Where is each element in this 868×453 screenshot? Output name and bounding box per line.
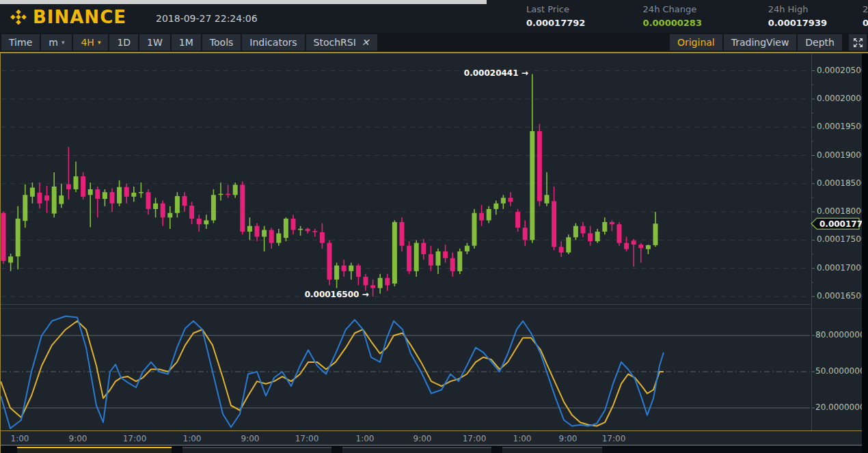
candle-body <box>211 195 216 220</box>
price-axis-label: 0.00018000 <box>817 206 867 216</box>
binance-chart-page: BINANCE 2018-09-27 22:24:06 Last Price0.… <box>0 0 868 453</box>
last-price-tag-text: 0.00017792 <box>819 219 868 229</box>
candle-body <box>414 243 419 271</box>
time-axis-label: 17:00 <box>292 434 322 443</box>
candle-body <box>110 192 115 204</box>
toolbar-button-tradingview[interactable]: TradingView <box>724 34 797 51</box>
clock-timestamp: 2018-09-27 22:24:06 <box>156 13 258 24</box>
price-annotation-low: 0.00016500 → <box>284 290 369 299</box>
candle-body <box>276 233 281 243</box>
candle-body <box>624 243 629 249</box>
candle-body <box>255 226 260 237</box>
price-axis-label: 0.00020000 <box>817 94 867 103</box>
candle-body <box>146 192 151 209</box>
toolbar-button-label: Tools <box>210 37 234 48</box>
candle-body <box>356 266 361 277</box>
toolbar-button-indicators[interactable]: Indicators <box>242 34 304 51</box>
toolbar-button-m[interactable]: m▾ <box>41 34 72 51</box>
candle-body <box>124 187 129 197</box>
toolbar-button-label: m <box>49 37 58 48</box>
candle-body <box>493 204 498 209</box>
toolbar-button-tools[interactable]: Tools <box>202 34 241 51</box>
candle-body <box>617 224 622 243</box>
candle-body <box>595 232 600 241</box>
candle-body <box>167 213 172 218</box>
candle-body <box>334 266 339 280</box>
candle-body <box>298 229 303 230</box>
stat-value: 0 <box>863 16 868 30</box>
candle-body <box>161 204 165 218</box>
time-axis-label: 17:00 <box>459 434 489 443</box>
toolbar-button-1w[interactable]: 1W <box>139 34 170 51</box>
time-axis-label: 9:00 <box>407 434 437 443</box>
toolbar-button-stochrsi[interactable]: StochRSI✕ <box>306 34 377 51</box>
candle-body <box>16 219 21 256</box>
candle-body <box>226 194 230 195</box>
toolbar-button-time[interactable]: Time <box>1 34 40 51</box>
chart-toolbar: Timem▾4H▾1D1W1MToolsIndicatorsStochRSI✕ … <box>0 33 868 53</box>
candle-body <box>30 188 35 197</box>
candle-body <box>74 176 79 189</box>
stat-value: 0.00017939 <box>768 16 827 30</box>
stoch-axis-label: 50.00000000 <box>815 366 868 376</box>
toolbar-button-1d[interactable]: 1D <box>109 34 138 51</box>
candle-body <box>233 184 238 195</box>
bottom-tab-3[interactable] <box>342 447 491 453</box>
time-axis-label: 1:00 <box>177 434 207 443</box>
toolbar-button-1m[interactable]: 1M <box>172 34 201 51</box>
time-axis-label: 9:00 <box>235 434 265 443</box>
candle-body <box>240 184 245 232</box>
bottom-tab-4[interactable] <box>502 447 602 453</box>
candle-body <box>364 277 368 285</box>
candle-body <box>284 219 288 238</box>
candle-body <box>523 228 528 240</box>
candle-body <box>204 220 208 224</box>
bottom-tab-2[interactable] <box>182 447 331 453</box>
candle-body <box>44 195 49 200</box>
fullscreen-button[interactable] <box>849 34 867 51</box>
candle-body <box>479 213 484 221</box>
stat-label: Last Price <box>526 3 602 16</box>
candle-body <box>153 204 158 209</box>
candle-body <box>515 212 520 228</box>
price-axis-label: 0.00017500 <box>817 234 867 244</box>
close-icon[interactable]: ✕ <box>362 37 370 48</box>
candle-body <box>573 226 578 238</box>
candle-body <box>552 201 556 247</box>
candlestick-plot[interactable]: 0.00017792 <box>1 53 868 453</box>
stochrsi-d-line <box>1 321 664 426</box>
price-axis-label: 0.00020500 <box>817 66 867 75</box>
binance-logo[interactable]: BINANCE <box>10 7 126 27</box>
candle-body <box>247 226 252 232</box>
candle-body <box>175 196 180 213</box>
stoch-axis-label: 80.00000000 <box>815 330 868 340</box>
candle-body <box>131 193 136 197</box>
candle-body <box>349 266 353 271</box>
top-gray-strip <box>0 0 487 4</box>
brand-name: BINANCE <box>33 7 126 27</box>
price-axis-label: 0.00019000 <box>817 150 867 160</box>
candle-body <box>385 278 390 286</box>
price-annotation-high: 0.00020441 → <box>443 68 528 78</box>
candle-body <box>457 251 462 271</box>
candle-body <box>588 233 593 241</box>
toolbar-button-4h[interactable]: 4H▾ <box>73 34 108 51</box>
candle-body <box>269 230 274 243</box>
candle-body <box>306 229 310 231</box>
candle-body <box>8 256 13 262</box>
candle-body <box>400 222 405 246</box>
candle-body <box>197 219 202 224</box>
candle-body <box>465 246 470 251</box>
candle-body <box>392 222 397 284</box>
time-axis-label: 17:00 <box>599 434 629 443</box>
candle-body <box>566 237 571 252</box>
toolbar-button-label: Time <box>9 37 32 48</box>
toolbar-button-original[interactable]: Original <box>670 34 722 51</box>
bottom-tab-1[interactable] <box>17 447 172 453</box>
toolbar-button-depth[interactable]: Depth <box>798 34 842 51</box>
candle-body <box>653 223 658 245</box>
toolbar-button-label: TradingView <box>731 37 789 48</box>
chart-area[interactable]: 0.00017792 0.000205000.000200000.0001950… <box>0 53 868 453</box>
toolbar-button-label: Depth <box>805 37 835 48</box>
time-axis-label: 17:00 <box>120 434 150 443</box>
